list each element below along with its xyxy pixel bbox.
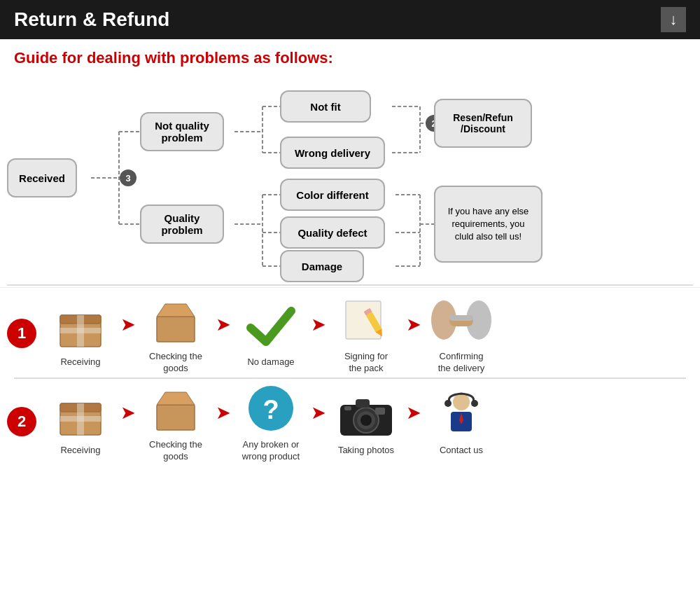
checkmark-icon	[239, 298, 302, 354]
arrow2-1-icon: ➤	[120, 402, 136, 424]
svg-rect-57	[375, 408, 385, 415]
svg-text:?: ?	[262, 395, 279, 424]
receiving-label: Receiving	[60, 356, 100, 368]
no-damage-label: No damage	[247, 356, 294, 368]
receiving2-label: Receiving	[60, 445, 100, 457]
guide-subtitle: Guide for dealing with problems as follo…	[0, 39, 700, 73]
process2-item-checking: Checking the goods	[137, 380, 214, 463]
process2-item-camera: Taking photos	[328, 386, 405, 457]
arrow-1-icon: ➤	[120, 314, 136, 335]
received-box: Received	[7, 158, 77, 198]
not-quality-box: Not quality problem	[140, 112, 224, 151]
arrow-2-icon: ➤	[216, 314, 231, 335]
svg-point-22	[120, 169, 136, 186]
contact-label: Contact us	[440, 445, 483, 457]
handshake-icon	[430, 292, 493, 348]
page-title: Return & Refund	[14, 8, 169, 31]
arrow2-3-icon: ➤	[311, 402, 326, 424]
process-item-confirming: Confirming the delivery	[423, 292, 500, 375]
process-section: 1 Receiving ➤	[0, 287, 700, 471]
section-divider	[7, 284, 693, 286]
arrow2-2-icon: ➤	[216, 402, 231, 424]
person-icon	[430, 386, 493, 442]
svg-marker-49	[157, 392, 195, 405]
wrong-delivery-box: Wrong delivery	[280, 137, 385, 169]
svg-rect-30	[157, 317, 195, 342]
svg-point-59	[453, 394, 470, 410]
process2-item-broken: ? Any broken or wrong product	[232, 380, 309, 463]
svg-marker-33	[157, 304, 195, 317]
package2-icon	[144, 292, 207, 348]
package2b-icon	[144, 380, 207, 436]
svg-text:3: 3	[125, 173, 130, 183]
page-header: Return & Refund ↓	[0, 0, 700, 39]
process2-item-contact: Contact us	[423, 386, 500, 457]
svg-point-63	[471, 400, 478, 407]
svg-rect-41	[449, 315, 473, 321]
confirming-label: Confirming the delivery	[438, 351, 484, 375]
arrow2-4-icon: ➤	[406, 402, 421, 424]
arrow-4-icon: ➤	[406, 314, 421, 335]
color-different-box: Color different	[280, 179, 385, 211]
svg-rect-58	[344, 406, 351, 410]
svg-rect-29	[60, 328, 101, 333]
process-item-checking1: Checking the goods	[137, 292, 214, 375]
row-divider	[14, 377, 686, 379]
down-arrow-icon: ↓	[661, 7, 686, 32]
quality-problem-box: Quality problem	[140, 205, 224, 244]
process2-item-receiving: Receiving	[42, 386, 119, 457]
step-2-badge: 2	[7, 407, 36, 436]
camera-icon	[335, 386, 398, 442]
process-1-items: Receiving ➤ Checkin	[42, 292, 693, 375]
checking2-label: Checking the goods	[149, 439, 202, 463]
not-fit-box: Not fit	[280, 90, 371, 123]
step-1-badge: 1	[7, 319, 36, 348]
checking1-label: Checking the goods	[149, 351, 202, 375]
process-2-items: Receiving ➤ Checking the goods ➤	[42, 380, 693, 463]
arrow-3-icon: ➤	[311, 314, 326, 335]
package1b-icon	[49, 386, 112, 442]
process-item-signing: Signing for the pack	[328, 292, 405, 375]
process-item-receiving: Receiving	[42, 298, 119, 368]
question-icon: ?	[239, 380, 302, 436]
resen-refund-box: Resen/Refun /Discount	[434, 99, 532, 148]
camera-label: Taking photos	[338, 445, 394, 457]
process-row-2: 2 Receiving ➤	[7, 380, 693, 463]
svg-point-62	[444, 400, 451, 407]
broken-label: Any broken or wrong product	[242, 439, 300, 463]
svg-rect-46	[157, 405, 195, 430]
svg-point-55	[360, 415, 372, 426]
svg-rect-45	[60, 416, 101, 422]
quality-defect-box: Quality defect	[280, 216, 385, 249]
requirements-box: If you have any else requirements, you c…	[434, 186, 542, 263]
process-item-no-damage: No damage	[232, 298, 309, 368]
signing-label: Signing for the pack	[344, 351, 388, 375]
flowchart-section: 3 2 Received Not quality problem Quality…	[0, 73, 700, 283]
damage-box: Damage	[280, 250, 364, 282]
package1-icon	[49, 298, 112, 354]
svg-rect-56	[356, 399, 370, 408]
pencil-icon	[335, 292, 398, 348]
process-row-1: 1 Receiving ➤	[7, 292, 693, 375]
